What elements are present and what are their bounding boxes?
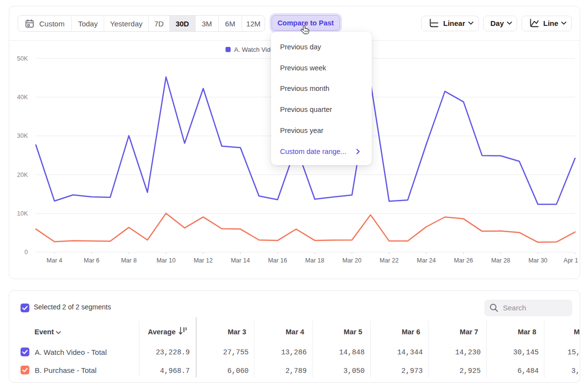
svg-text:Mar 16: Mar 16	[268, 257, 287, 264]
svg-text:Mar 18: Mar 18	[305, 257, 324, 264]
svg-text:0: 0	[24, 249, 28, 256]
svg-text:40K: 40K	[17, 94, 28, 101]
svg-text:Mar 8: Mar 8	[121, 257, 136, 264]
svg-text:Mar 28: Mar 28	[491, 257, 510, 264]
svg-text:Mar 20: Mar 20	[342, 257, 361, 264]
svg-text:Mar 26: Mar 26	[454, 257, 473, 264]
svg-text:10K: 10K	[17, 210, 28, 217]
svg-text:30K: 30K	[17, 132, 28, 139]
svg-text:Mar 24: Mar 24	[417, 257, 436, 264]
svg-text:Mar 4: Mar 4	[46, 257, 62, 264]
svg-text:Mar 10: Mar 10	[157, 257, 176, 264]
svg-text:Mar 14: Mar 14	[231, 257, 250, 264]
svg-text:Mar 30: Mar 30	[528, 257, 547, 264]
svg-text:Apr 1: Apr 1	[564, 257, 578, 264]
svg-text:Mar 22: Mar 22	[380, 257, 399, 264]
svg-text:Mar 12: Mar 12	[194, 257, 213, 264]
svg-text:50K: 50K	[17, 55, 28, 62]
svg-text:Mar 6: Mar 6	[84, 257, 99, 264]
svg-text:20K: 20K	[17, 172, 28, 178]
